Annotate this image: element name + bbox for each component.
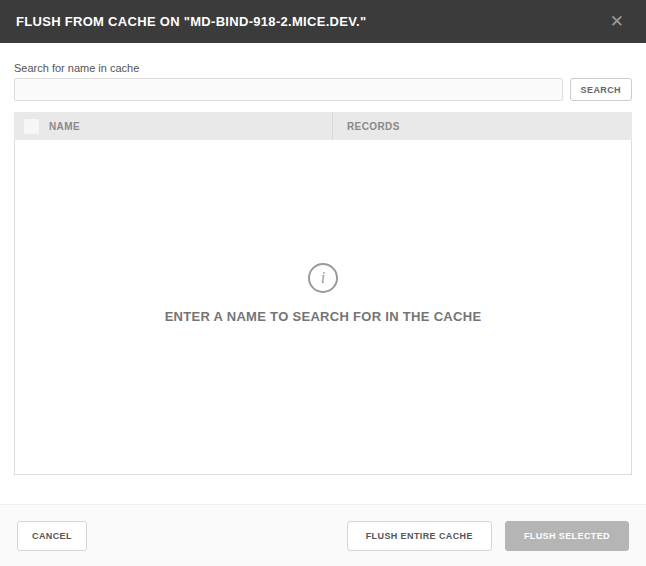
empty-state-message: ENTER A NAME TO SEARCH FOR IN THE CACHE: [165, 309, 482, 324]
cancel-button[interactable]: CANCEL: [17, 521, 87, 551]
search-label: Search for name in cache: [14, 62, 632, 74]
flush-selected-button[interactable]: FLUSH SELECTED: [505, 521, 629, 551]
modal-body: Search for name in cache SEARCH NAME REC…: [0, 43, 646, 566]
flush-entire-cache-button[interactable]: FLUSH ENTIRE CACHE: [347, 521, 492, 551]
search-button[interactable]: SEARCH: [570, 78, 632, 101]
column-header-name: NAME: [49, 121, 332, 132]
select-all-cell: [14, 119, 49, 134]
modal-footer: CANCEL FLUSH ENTIRE CACHE FLUSH SELECTED: [0, 504, 646, 566]
info-icon-glyph: i: [321, 270, 325, 286]
table-header-row: NAME RECORDS: [14, 112, 632, 140]
search-row: SEARCH: [14, 78, 632, 101]
search-input[interactable]: [14, 78, 563, 101]
modal-title: FLUSH FROM CACHE ON "MD-BIND-918-2.MICE.…: [16, 14, 608, 29]
empty-state: i ENTER A NAME TO SEARCH FOR IN THE CACH…: [165, 263, 482, 324]
close-icon[interactable]: ✕: [608, 11, 626, 32]
column-header-records: RECORDS: [332, 112, 632, 140]
table-body: i ENTER A NAME TO SEARCH FOR IN THE CACH…: [14, 140, 632, 475]
info-icon: i: [308, 263, 338, 293]
modal-header: FLUSH FROM CACHE ON "MD-BIND-918-2.MICE.…: [0, 0, 646, 43]
select-all-checkbox[interactable]: [24, 119, 39, 134]
cache-table: NAME RECORDS i ENTER A NAME TO SEARCH FO…: [14, 112, 632, 475]
footer-actions: FLUSH ENTIRE CACHE FLUSH SELECTED: [347, 521, 629, 551]
flush-from-cache-modal: FLUSH FROM CACHE ON "MD-BIND-918-2.MICE.…: [0, 0, 646, 566]
